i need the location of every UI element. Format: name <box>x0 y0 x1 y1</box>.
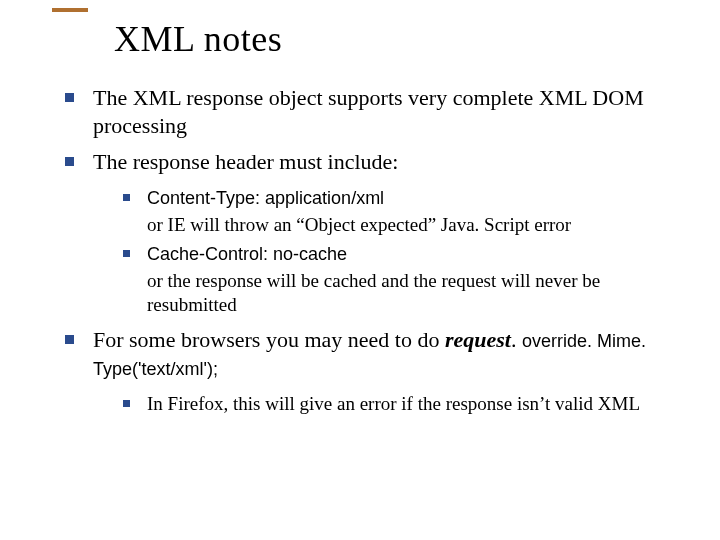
sub-bullet-item: Cache-Control: no-cache or the response … <box>123 242 680 318</box>
note-text: or IE will throw an “Object expected” Ja… <box>147 213 680 238</box>
bullet-text: The XML response object supports very co… <box>93 85 644 138</box>
slide-title: XML notes <box>114 18 680 60</box>
italic-text: request <box>445 327 511 352</box>
bullet-item: The XML response object supports very co… <box>65 84 680 140</box>
code-text: Cache-Control: no-cache <box>147 244 347 264</box>
bullet-list: The XML response object supports very co… <box>50 84 680 417</box>
bullet-text: For some browsers you may need to do <box>93 327 445 352</box>
note-text: or the response will be cached and the r… <box>147 269 680 318</box>
accent-bar <box>52 8 88 12</box>
slide: XML notes The XML response object suppor… <box>0 0 720 540</box>
sub-bullet-text: In Firefox, this will give an error if t… <box>147 393 640 414</box>
bullet-item: The response header must include: Conten… <box>65 148 680 318</box>
sub-bullet-list: In Firefox, this will give an error if t… <box>93 392 680 417</box>
sub-bullet-list: Content-Type: application/xml or IE will… <box>93 186 680 317</box>
bullet-text: The response header must include: <box>93 149 398 174</box>
sub-bullet-item: In Firefox, this will give an error if t… <box>123 392 680 417</box>
bullet-text: . <box>511 327 522 352</box>
bullet-item: For some browsers you may need to do req… <box>65 326 680 417</box>
code-text: Content-Type: application/xml <box>147 188 384 208</box>
sub-bullet-item: Content-Type: application/xml or IE will… <box>123 186 680 237</box>
